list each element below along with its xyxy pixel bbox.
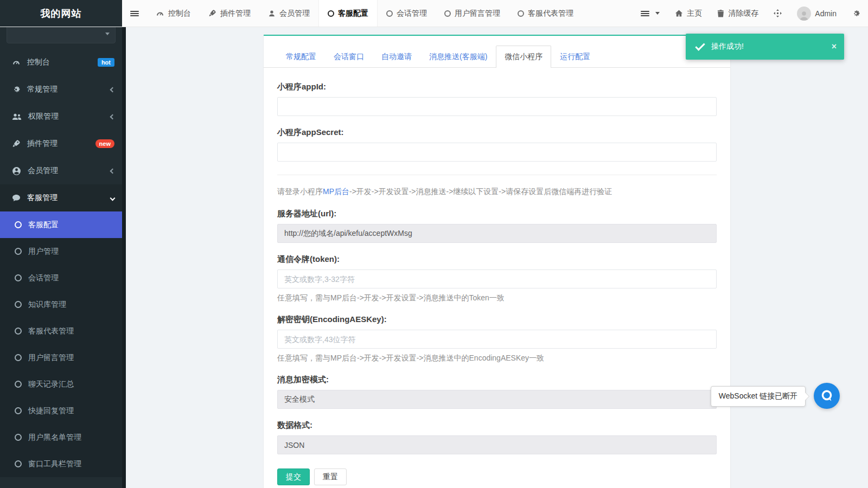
submenu-item-knowledge-base[interactable]: 知识库管理 (0, 291, 122, 318)
submenu-item-user-message-mgmt[interactable]: 用户留言管理 (0, 344, 122, 371)
topnav-item-user-messages[interactable]: 用户留言管理 (436, 0, 509, 27)
topnav-item-dashboard[interactable]: 控制台 (147, 0, 200, 27)
submenu-label: 知识库管理 (28, 300, 66, 310)
caret-down-icon (655, 12, 660, 15)
submenu-item-kefu-config[interactable]: 客服配置 (0, 211, 122, 238)
submenu-label: 会话管理 (28, 273, 59, 283)
toast-close-icon[interactable]: × (832, 42, 837, 51)
topnav-item-agents[interactable]: 客服代表管理 (509, 0, 582, 27)
submit-button[interactable]: 提交 (277, 468, 310, 485)
topnav: 控制台 插件管理 会员管理 客服配置 会话管理 用户留言管理 客服代表管理 (122, 0, 633, 27)
appid-label: 小程序appId: (277, 82, 717, 92)
sidebar-item-label: 控制台 (27, 57, 91, 67)
users-icon (12, 113, 22, 121)
sidebar-item-plugins[interactable]: 插件管理 new (0, 130, 122, 157)
home-label: 主页 (687, 9, 702, 18)
rocket-icon (12, 139, 21, 148)
submenu-item-session-mgmt[interactable]: 会话管理 (0, 265, 122, 291)
reset-button[interactable]: 重置 (314, 468, 347, 485)
tab-runtime-config[interactable]: 运行配置 (551, 46, 599, 68)
config-card: 常规配置 会话窗口 自动邀请 消息推送(客服端) 微信小程序 运行配置 小程序a… (264, 35, 730, 488)
fullscreen-icon (774, 9, 782, 17)
topnav-item-plugins[interactable]: 插件管理 (200, 0, 259, 27)
submenu-item-quick-replies[interactable]: 快捷回复管理 (0, 397, 122, 424)
circle-icon (386, 10, 393, 17)
token-input[interactable] (277, 269, 717, 288)
user-menu[interactable]: Admin (789, 0, 844, 27)
tab-wechat-miniprogram[interactable]: 微信小程序 (496, 46, 551, 68)
submenu-label: 用户留言管理 (28, 353, 74, 363)
sidebar-item-label: 权限管理 (28, 112, 104, 121)
caret-down-icon (105, 33, 110, 35)
encrypt-mode-label: 消息加密模式: (277, 375, 717, 385)
topnav-item-sessions[interactable]: 会话管理 (378, 0, 436, 27)
submenu-item-chat-logs[interactable]: 聊天记录汇总 (0, 371, 122, 397)
mp-admin-link[interactable]: MP后台 (323, 187, 349, 196)
submenu-label: 客服代表管理 (28, 326, 74, 336)
topnav-label: 客服代表管理 (528, 9, 573, 18)
fullscreen-button[interactable] (766, 0, 789, 27)
topnav-label: 会话管理 (397, 9, 427, 18)
circle-icon (15, 407, 22, 414)
aeskey-input[interactable] (277, 330, 717, 349)
toast-message: 操作成功! (711, 42, 744, 52)
topbar: 我的网站 控制台 插件管理 会员管理 客服配置 会话管理 用户留言管理 (0, 0, 868, 27)
dashboard-icon (156, 9, 164, 18)
gear-icon (852, 9, 860, 18)
chat-bubble-icon (819, 388, 834, 403)
hamburger-icon (130, 10, 139, 17)
circle-icon (15, 221, 22, 228)
hint-text: 请登录小程序 (277, 187, 323, 196)
new-badge: new (95, 139, 114, 148)
topnav-label: 控制台 (168, 9, 191, 18)
sidebar-item-permissions[interactable]: 权限管理 (0, 103, 122, 130)
submenu-item-window-toolbar[interactable]: 窗口工具栏管理 (0, 451, 122, 477)
divider (277, 175, 717, 175)
dashboard-icon (12, 58, 21, 67)
tab-auto-invite[interactable]: 自动邀请 (373, 46, 420, 68)
sidebar-item-label: 客服管理 (27, 193, 104, 203)
tab-session-window[interactable]: 会话窗口 (325, 46, 373, 68)
app-logo: 我的网站 (0, 0, 122, 27)
chevron-left-icon (110, 87, 116, 92)
data-format-input (277, 435, 717, 454)
trash-icon (717, 9, 724, 17)
chat-widget-button[interactable] (814, 383, 840, 409)
circle-icon (15, 301, 22, 308)
sidebar-item-label: 插件管理 (27, 139, 89, 149)
circle-icon (444, 10, 451, 17)
appsecret-label: 小程序appSecret: (277, 127, 717, 138)
server-url-input (277, 224, 717, 243)
circle-icon (15, 460, 22, 467)
config-tabs: 常规配置 会话窗口 自动邀请 消息推送(客服端) 微信小程序 运行配置 (264, 36, 730, 68)
sidebar-toggle-button[interactable] (122, 0, 147, 27)
appsecret-input[interactable] (277, 143, 717, 162)
circle-icon (15, 354, 22, 361)
sidebar: 控制台 hot 常规管理 权限管理 插件管理 new 会员管理 客服管理 客服配… (0, 27, 126, 488)
hot-badge: hot (98, 58, 114, 67)
nav-list-dropdown-button[interactable] (633, 0, 667, 27)
clear-cache-button[interactable]: 清除缓存 (710, 0, 766, 27)
submenu-item-user-mgmt[interactable]: 用户管理 (0, 238, 122, 265)
circle-icon (15, 248, 22, 255)
submenu-label: 用户黑名单管理 (28, 433, 81, 442)
submenu-item-agent-mgmt[interactable]: 客服代表管理 (0, 318, 122, 344)
circle-icon (15, 434, 22, 441)
chevron-down-icon (110, 195, 116, 201)
tab-message-push[interactable]: 消息推送(客服端) (420, 46, 496, 68)
appid-input[interactable] (277, 97, 717, 116)
topnav-item-kefu-config[interactable]: 客服配置 (318, 0, 378, 27)
settings-button[interactable] (844, 0, 868, 27)
submenu-item-blacklist[interactable]: 用户黑名单管理 (0, 424, 122, 451)
topnav-item-members[interactable]: 会员管理 (259, 0, 318, 27)
sidebar-item-dashboard[interactable]: 控制台 hot (0, 49, 122, 76)
rocket-icon (208, 9, 216, 17)
sidebar-item-kefu[interactable]: 客服管理 (0, 184, 122, 211)
submenu-label: 快捷回复管理 (28, 406, 74, 416)
tab-general-config[interactable]: 常规配置 (277, 46, 325, 68)
home-button[interactable]: 主页 (667, 0, 710, 27)
sidebar-item-label: 会员管理 (28, 166, 104, 176)
sidebar-item-general[interactable]: 常规管理 (0, 76, 122, 103)
success-toast: 操作成功! × (686, 34, 844, 60)
sidebar-item-members[interactable]: 会员管理 (0, 157, 122, 184)
